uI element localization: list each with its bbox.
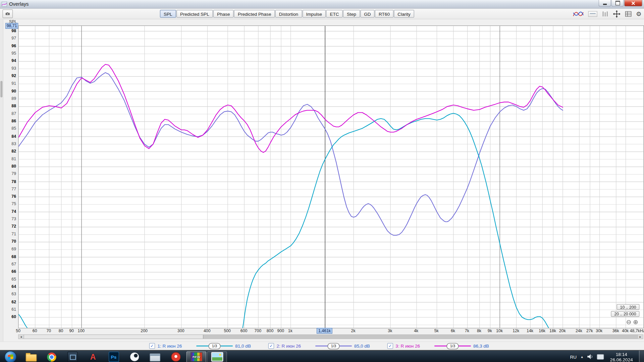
taskbar-apps: APsREW xyxy=(0,351,227,362)
taskbar-chrome[interactable] xyxy=(42,351,61,362)
legend-label[interactable]: 2: R июн 26 xyxy=(276,344,313,349)
spl-axis-tick: 76 xyxy=(11,194,16,199)
camera-icon xyxy=(5,11,10,16)
freq-axis-tick: 400 xyxy=(204,328,211,333)
taskbar-start[interactable] xyxy=(0,351,20,362)
traces-button[interactable] xyxy=(573,10,583,17)
legend-cursor-value: 86,3 dB xyxy=(473,344,495,349)
scrollbar-thumb[interactable] xyxy=(203,335,639,339)
smoothing-button[interactable]: 1/3 xyxy=(447,343,459,349)
spl-axis-tick: 69 xyxy=(11,247,16,252)
smoothing-button[interactable]: 1/3 xyxy=(209,343,221,349)
legend-checkbox-2[interactable]: ✓ xyxy=(268,343,274,349)
show-desktop-button[interactable] xyxy=(639,351,644,362)
tab-distortion[interactable]: Distortion xyxy=(275,10,302,17)
levels-button[interactable] xyxy=(602,10,608,17)
taskbar-window-app[interactable] xyxy=(145,351,165,362)
spl-axis-tick: 64 xyxy=(11,284,16,289)
titlebar[interactable]: Overlays xyxy=(0,0,644,9)
tab-phase[interactable]: Phase xyxy=(213,10,234,17)
settings-button[interactable]: ⚙ xyxy=(636,11,642,17)
close-button[interactable] xyxy=(624,0,642,7)
layout-button[interactable] xyxy=(625,11,632,16)
spl-axis-tick: 75 xyxy=(11,201,16,206)
range-20-20000-button[interactable]: 20 .. 20 000 xyxy=(611,311,640,317)
scroll-left-arrow-icon[interactable]: ◄ xyxy=(18,335,24,339)
freq-axis-tick: 60 xyxy=(33,328,37,333)
taskbar-aimp[interactable]: A xyxy=(83,351,103,362)
legend-checkbox-1[interactable]: ✓ xyxy=(149,343,155,349)
maximize-button[interactable] xyxy=(611,0,624,7)
keyboard-icon[interactable] xyxy=(597,354,604,360)
spl-axis-tick: 88 xyxy=(11,104,16,109)
pan-button[interactable] xyxy=(613,10,620,17)
overlays-app-icon xyxy=(2,2,7,7)
taskbar-foobar2000[interactable] xyxy=(124,351,144,362)
freq-axis-tick: 10k xyxy=(496,328,503,333)
freq-axis-tick: 24k xyxy=(576,328,582,333)
freq-axis-tick: 5k xyxy=(434,328,439,333)
graph-tabs: SPLPredicted SPLPhasePredicted PhaseDist… xyxy=(160,10,415,17)
tab-predicted-spl[interactable]: Predicted SPL xyxy=(176,10,213,17)
capture-graph-button[interactable] xyxy=(2,9,13,18)
taskbar-photoshop[interactable]: Ps xyxy=(104,351,123,362)
smoothing-button[interactable]: 1/3 xyxy=(328,343,340,349)
spl-frequency-chart[interactable] xyxy=(18,25,644,328)
x-zoom-in-button[interactable]: ⊕ xyxy=(633,318,638,326)
x-zoom-out-button[interactable]: ⊖ xyxy=(626,318,632,326)
tab-clarity[interactable]: Clarity xyxy=(394,10,414,17)
spl-axis-tick: 77 xyxy=(11,186,16,191)
spl-axis-tick: 68 xyxy=(11,254,16,259)
tab-predicted-phase[interactable]: Predicted Phase xyxy=(234,10,275,17)
maximize-icon xyxy=(615,1,620,5)
spl-axis-tick: 65 xyxy=(11,277,16,282)
spl-axis-tick: 83 xyxy=(11,141,16,146)
minimize-button[interactable] xyxy=(598,0,611,7)
horizontal-scrollbar[interactable]: ◄ ► xyxy=(18,335,643,339)
spl-axis-tick: 71 xyxy=(11,232,16,237)
freq-axis-tick: 9k xyxy=(488,328,492,333)
freq-axis-tick: 48,7kHz xyxy=(630,328,644,333)
tab-impulse[interactable]: Impulse xyxy=(302,10,326,17)
spl-axis-tick: 94 xyxy=(11,58,16,63)
spl-axis-tick: 61 xyxy=(11,307,16,312)
photoshop-icon: Ps xyxy=(108,352,119,362)
left-scroll-thumb[interactable] xyxy=(0,81,2,97)
legend-label[interactable]: 3: R июн 26 xyxy=(395,344,432,349)
spl-axis-tick: 63 xyxy=(11,292,16,297)
legend-item-2: ✓2: R июн 261/385,0 dB xyxy=(268,343,376,349)
tab-spl[interactable]: SPL xyxy=(160,10,176,17)
tab-gd[interactable]: GD xyxy=(360,10,375,17)
range-10-200-button[interactable]: 10 .. 200 xyxy=(617,304,640,310)
tab-etc[interactable]: ETC xyxy=(326,10,342,17)
legend-item-3: ✓3: R июн 261/386,3 dB xyxy=(387,343,495,349)
tab-step[interactable]: Step xyxy=(343,10,360,17)
volume-button[interactable] xyxy=(587,353,593,361)
taskbar-photo-viewer[interactable] xyxy=(207,351,227,362)
spl-axis: 9897969594939291908988878685848382818079… xyxy=(3,25,17,327)
legend-bar: ✓1: R июн 261/381,0 dB✓2: R июн 261/385,… xyxy=(0,342,644,350)
grid-layout-icon xyxy=(625,11,632,16)
spl-axis-tick: 66 xyxy=(11,269,16,274)
spl-axis-tick: 80 xyxy=(11,164,16,169)
taskbar-media-app[interactable] xyxy=(166,351,185,362)
taskbar-file-manager[interactable] xyxy=(62,351,82,362)
scroll-right-arrow-icon[interactable]: ► xyxy=(637,335,643,339)
hidden-icons-button[interactable]: ▲ xyxy=(580,355,584,359)
taskbar-rew[interactable]: REW xyxy=(186,351,206,362)
legend-checkbox-3[interactable]: ✓ xyxy=(387,343,393,349)
freq-axis-tick: 500 xyxy=(224,328,231,333)
spl-axis-tick: 97 xyxy=(11,36,16,41)
legend-label[interactable]: 1: R июн 26 xyxy=(158,344,194,349)
slider-widget[interactable] xyxy=(588,11,597,16)
freq-axis-tick: 27k xyxy=(586,328,593,333)
spl-axis-tick: 92 xyxy=(11,73,16,78)
clock[interactable]: 18:14 26.06.2024 xyxy=(607,352,635,362)
language-indicator[interactable]: RU xyxy=(570,354,577,359)
tab-rt60[interactable]: RT60 xyxy=(375,10,393,17)
taskbar-explorer[interactable] xyxy=(21,351,41,362)
freq-axis-tick: 90 xyxy=(69,328,74,333)
window-controls xyxy=(598,0,642,8)
freq-axis-tick: 30k xyxy=(596,328,602,333)
cursor-frequency-readout: 1,461k xyxy=(317,328,332,334)
